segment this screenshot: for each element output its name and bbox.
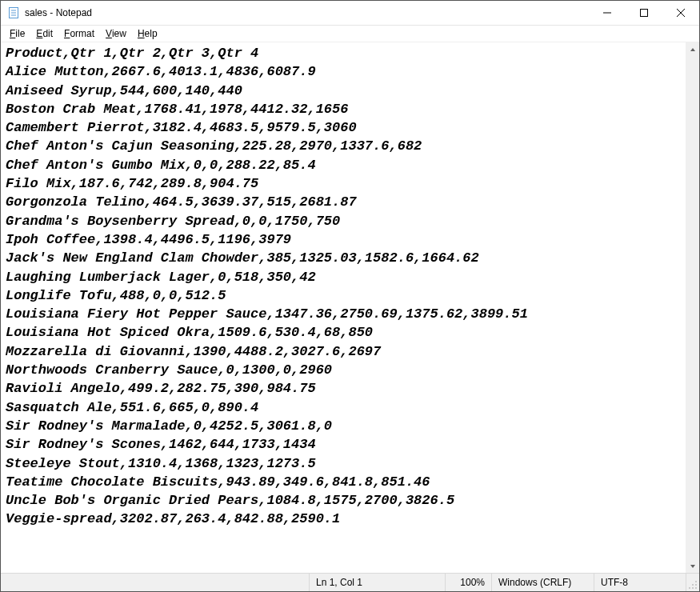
maximize-button[interactable] (626, 1, 662, 25)
svg-rect-5 (641, 10, 648, 17)
status-spacer (1, 574, 309, 591)
status-encoding: UTF-8 (594, 574, 686, 591)
status-eol: Windows (CRLF) (491, 574, 594, 591)
close-button[interactable] (662, 1, 699, 25)
svg-point-14 (692, 587, 694, 589)
svg-point-10 (695, 581, 697, 582)
scroll-up-icon[interactable] (686, 42, 699, 56)
resize-grip-icon[interactable] (686, 574, 699, 591)
status-lncol: Ln 1, Col 1 (309, 574, 445, 591)
scroll-track[interactable] (686, 56, 699, 559)
status-zoom: 100% (445, 574, 491, 591)
statusbar: Ln 1, Col 1 100% Windows (CRLF) UTF-8 (1, 573, 699, 591)
titlebar[interactable]: sales - Notepad (1, 1, 699, 26)
menu-format[interactable]: Format (58, 27, 100, 40)
svg-point-13 (689, 587, 690, 589)
svg-point-12 (695, 584, 697, 586)
vertical-scrollbar[interactable] (686, 42, 699, 573)
notepad-window: sales - Notepad File Edit Format View He… (0, 0, 700, 592)
svg-marker-8 (690, 48, 695, 51)
menu-help[interactable]: Help (132, 27, 163, 40)
editor-area: Product,Qtr 1,Qtr 2,Qtr 3,Qtr 4 Alice Mu… (1, 42, 699, 573)
menu-file[interactable]: File (4, 27, 30, 40)
window-title: sales - Notepad (25, 7, 589, 18)
app-icon (7, 6, 20, 19)
scroll-down-icon[interactable] (686, 559, 699, 573)
minimize-button[interactable] (589, 1, 626, 25)
window-controls (589, 1, 699, 25)
text-editor[interactable]: Product,Qtr 1,Qtr 2,Qtr 3,Qtr 4 Alice Mu… (1, 42, 686, 573)
menubar: File Edit Format View Help (1, 26, 699, 42)
svg-point-11 (692, 584, 694, 586)
svg-point-15 (695, 587, 697, 589)
menu-edit[interactable]: Edit (30, 27, 58, 40)
menu-view[interactable]: View (100, 27, 132, 40)
svg-marker-9 (690, 565, 695, 568)
